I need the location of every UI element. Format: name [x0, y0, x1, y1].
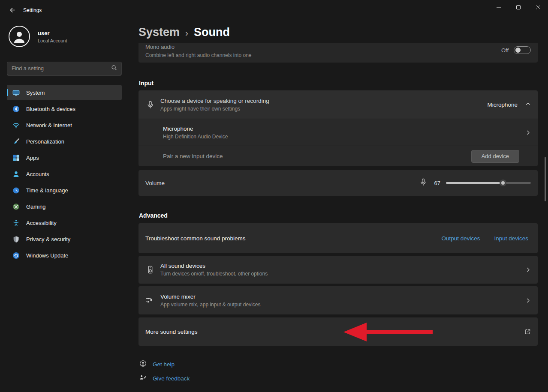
external-link-icon — [524, 329, 531, 335]
add-device-button[interactable]: Add device — [471, 150, 519, 163]
picker-subtitle: Apps might have their own settings — [160, 106, 269, 112]
troubleshoot-label: Troubleshoot common sound problems — [145, 235, 246, 242]
get-help-icon — [139, 360, 147, 368]
sidebar-item-apps[interactable]: Apps — [7, 150, 122, 165]
sidebar-item-windows-update[interactable]: Windows Update — [7, 248, 122, 263]
accessibility-icon — [12, 219, 20, 227]
sidebar-item-label: Network & internet — [26, 122, 72, 129]
mono-audio-title: Mono audio — [145, 44, 531, 50]
sidebar-item-label: System — [26, 90, 45, 96]
volume-value: 67 — [433, 180, 440, 186]
search-input[interactable] — [12, 66, 111, 72]
breadcrumb-system[interactable]: System — [139, 26, 180, 39]
sidebar-item-time-language[interactable]: Time & language — [7, 183, 122, 198]
user-name: user — [38, 30, 67, 36]
bluetooth-icon — [12, 105, 20, 113]
windows-update-icon — [12, 252, 20, 259]
troubleshoot-card: Troubleshoot common sound problems Outpu… — [139, 223, 538, 253]
sidebar-item-personalization[interactable]: Personalization — [7, 134, 122, 149]
time-language-icon — [12, 187, 20, 194]
page-title: Sound — [194, 26, 230, 39]
gaming-icon — [12, 203, 20, 210]
pair-device-label: Pair a new input device — [163, 153, 223, 159]
breadcrumb-separator-icon: › — [185, 28, 188, 38]
pair-device-row: Pair a new input device Add device — [139, 146, 538, 166]
back-arrow-icon — [9, 7, 15, 15]
back-button[interactable] — [3, 3, 21, 18]
get-help-link[interactable]: Get help — [139, 360, 175, 368]
all-devices-title: All sound devices — [160, 263, 268, 269]
accounts-icon — [12, 171, 20, 178]
volume-slider[interactable] — [446, 182, 531, 184]
system-icon — [12, 89, 20, 96]
give-feedback-link[interactable]: Give feedback — [139, 374, 190, 383]
sidebar-nav: System Bluetooth & devices Network & int… — [7, 85, 122, 263]
content-area: System › Sound Mono audio Combine left a… — [139, 0, 538, 392]
all-devices-subtitle: Turn devices on/off, troubleshoot, other… — [160, 271, 268, 277]
chevron-up-icon[interactable] — [525, 101, 531, 108]
input-device-picker-row[interactable]: Choose a device for speaking or recordin… — [139, 90, 538, 119]
search-box[interactable] — [7, 62, 122, 75]
speaker-device-icon — [145, 266, 155, 274]
sidebar-item-label: Accessibility — [26, 220, 57, 226]
chevron-right-icon — [525, 267, 531, 272]
input-devices-link[interactable]: Input devices — [494, 235, 528, 242]
user-account[interactable]: user Local Account — [7, 22, 122, 55]
selected-input-device: Microphone — [487, 102, 518, 108]
sidebar-item-label: Bluetooth & devices — [26, 106, 75, 112]
sidebar: user Local Account System Bluetooth & de… — [0, 19, 129, 392]
chevron-right-icon — [525, 298, 531, 303]
sidebar-item-label: Accounts — [26, 171, 49, 177]
sidebar-item-label: Privacy & security — [26, 236, 70, 242]
sidebar-item-network-internet[interactable]: Network & internet — [7, 117, 122, 133]
microphone-icon — [419, 178, 427, 188]
sidebar-item-label: Apps — [26, 155, 39, 161]
chevron-right-icon — [525, 130, 531, 135]
volume-slider-knob[interactable] — [500, 180, 506, 186]
personalization-icon — [12, 138, 20, 145]
mixer-subtitle: App volume mix, app input & output devic… — [160, 302, 260, 308]
give-feedback-label: Give feedback — [153, 375, 190, 382]
mono-audio-toggle-state: Off — [501, 47, 509, 54]
search-icon — [111, 65, 117, 72]
toggle-knob — [515, 48, 521, 53]
input-device-group: Choose a device for speaking or recordin… — [139, 90, 538, 166]
volume-label: Volume — [145, 180, 165, 186]
volume-mixer-icon — [145, 296, 155, 304]
user-account-type: Local Account — [38, 38, 67, 43]
sidebar-item-privacy-security[interactable]: Privacy & security — [7, 231, 122, 247]
more-sound-settings-card[interactable]: More sound settings — [139, 317, 538, 346]
sidebar-item-accounts[interactable]: Accounts — [7, 166, 122, 182]
get-help-label: Get help — [153, 361, 175, 368]
sidebar-item-label: Personalization — [26, 138, 64, 145]
input-section-header: Input — [139, 80, 154, 87]
mono-audio-card: Mono audio Combine left and right audio … — [139, 43, 538, 63]
mixer-title: Volume mixer — [160, 293, 260, 300]
sidebar-item-bluetooth-devices[interactable]: Bluetooth & devices — [7, 101, 122, 117]
feedback-icon — [139, 374, 147, 383]
sidebar-item-accessibility[interactable]: Accessibility — [7, 215, 122, 230]
network-icon — [12, 122, 20, 129]
microphone-device-row[interactable]: Microphone High Definition Audio Device — [139, 119, 538, 146]
sidebar-item-system[interactable]: System — [7, 85, 122, 100]
all-sound-devices-card[interactable]: All sound devices Turn devices on/off, t… — [139, 256, 538, 284]
volume-mixer-card[interactable]: Volume mixer App volume mix, app input &… — [139, 286, 538, 314]
mono-audio-subtitle: Combine left and right audio channels in… — [145, 52, 531, 58]
more-sound-settings-label: More sound settings — [145, 329, 198, 335]
device-title: Microphone — [163, 126, 228, 132]
mono-audio-toggle[interactable] — [514, 46, 531, 54]
volume-slider-fill — [446, 182, 503, 184]
advanced-section-header: Advanced — [139, 212, 168, 219]
apps-icon — [12, 154, 20, 162]
sidebar-item-label: Gaming — [26, 203, 46, 210]
sidebar-item-label: Windows Update — [26, 252, 68, 259]
avatar — [9, 26, 30, 47]
privacy-icon — [12, 236, 20, 243]
sidebar-item-label: Time & language — [26, 187, 68, 194]
breadcrumb: System › Sound — [139, 26, 230, 39]
output-devices-link[interactable]: Output devices — [441, 235, 480, 242]
app-title: Settings — [23, 7, 42, 13]
sidebar-item-gaming[interactable]: Gaming — [7, 199, 122, 214]
microphone-icon — [145, 101, 155, 109]
scrollbar-thumb[interactable] — [545, 157, 546, 201]
